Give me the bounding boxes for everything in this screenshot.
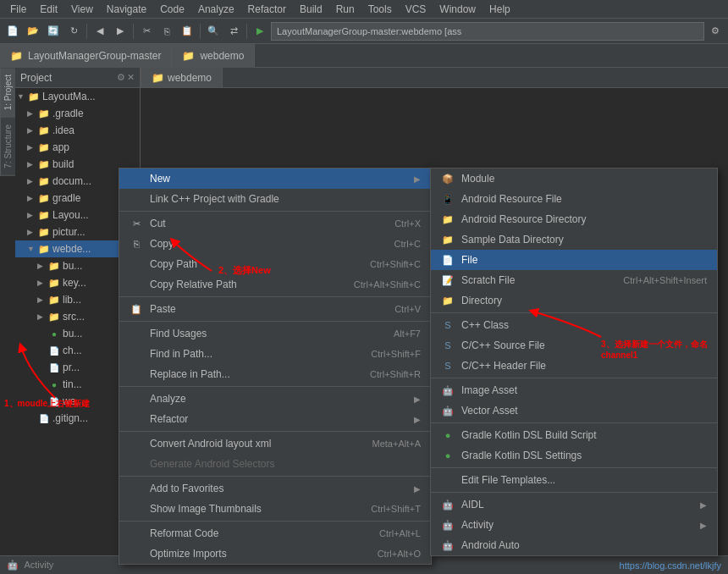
submenu-file[interactable]: 📄 File	[431, 250, 717, 270]
vertical-tab-structure[interactable]: 7: Structure	[0, 118, 15, 176]
submenu-cpp-source[interactable]: S C/C++ Source File	[431, 335, 717, 356]
tree-arrow: ▶	[37, 262, 47, 270]
toolbar-replace-btn[interactable]: ⇄	[224, 22, 243, 41]
submenu-sample-data-dir[interactable]: 📁 Sample Data Directory	[431, 229, 717, 250]
image-asset-icon: 🤖	[441, 384, 455, 397]
paste-shortcut: Ctrl+V	[394, 304, 421, 314]
context-menu-copy-path-label: Copy Path	[150, 258, 197, 270]
context-menu-cut[interactable]: ✂ Cut Ctrl+X	[119, 213, 431, 234]
copy-rel-shortcut: Ctrl+Alt+Shift+C	[354, 279, 421, 290]
menu-build[interactable]: Build	[293, 2, 329, 17]
context-menu-copy-rel-left: Copy Relative Path	[130, 278, 237, 291]
toolbar-run-btn[interactable]: ▶	[251, 22, 269, 41]
context-menu-paste[interactable]: 📋 Paste Ctrl+V	[119, 299, 431, 319]
context-menu-find-path[interactable]: Find in Path... Ctrl+Shift+F	[119, 344, 431, 364]
context-menu-optimize-imports[interactable]: Optimize Imports Ctrl+Alt+O	[119, 544, 431, 564]
tree-label: .gitign...	[52, 412, 88, 424]
tree-item-app[interactable]: ▶ 📁 app	[15, 139, 140, 156]
submenu-activity[interactable]: 🤖 Activity ▶	[431, 515, 717, 535]
submenu-gradle-build[interactable]: ● Gradle Kotlin DSL Build Script	[431, 425, 717, 445]
menu-file[interactable]: File	[3, 2, 33, 17]
context-menu-copy-path[interactable]: Copy Path Ctrl+Shift+C	[119, 254, 431, 274]
file-new-icon: 📄	[441, 253, 455, 267]
menu-view[interactable]: View	[64, 2, 100, 17]
toolbar-refresh-btn[interactable]: 🔄	[44, 22, 63, 41]
module-breadcrumb-tab[interactable]: 📁 webdemo	[172, 44, 255, 68]
project-breadcrumb-tab[interactable]: 📁 LayoutManagerGroup-master	[0, 44, 172, 68]
context-menu-new[interactable]: New ▶	[119, 168, 431, 189]
context-menu-link-left: Link C++ Project with Gradle	[130, 192, 279, 206]
submenu-scratch-file[interactable]: 📝 Scratch File Ctrl+Alt+Shift+Insert	[431, 270, 717, 290]
context-menu-reformat[interactable]: Reformat Code Ctrl+Alt+L	[119, 523, 431, 544]
submenu-module[interactable]: 📦 Module	[431, 168, 717, 189]
toolbar-open-btn[interactable]: 📂	[24, 22, 42, 41]
menu-analyze[interactable]: Analyze	[191, 2, 241, 17]
submenu-cpp-class[interactable]: S C++ Class	[431, 315, 717, 335]
submenu-android-auto[interactable]: 🤖 Android Auto	[431, 535, 717, 555]
submenu-vector-asset[interactable]: 🤖 Vector Asset	[431, 400, 717, 421]
show-thumb-shortcut: Ctrl+Shift+T	[371, 504, 421, 514]
context-menu-copy-rel-path[interactable]: Copy Relative Path Ctrl+Alt+Shift+C	[119, 274, 431, 295]
menu-bar: File Edit View Navigate Code Analyze Ref…	[0, 0, 728, 19]
menu-edit[interactable]: Edit	[33, 2, 64, 17]
context-menu-link-cpp[interactable]: Link C++ Project with Gradle	[119, 189, 431, 209]
context-menu-replace-path[interactable]: Replace in Path... Ctrl+Shift+R	[119, 364, 431, 384]
submenu-android-res-file[interactable]: 📱 Android Resource File	[431, 189, 717, 209]
context-menu-paste-label: Paste	[150, 303, 176, 315]
tree-arrow: ▶	[27, 126, 37, 135]
toolbar-paste-btn[interactable]: 📋	[178, 22, 196, 41]
context-menu-refactor[interactable]: Refactor ▶	[119, 409, 431, 429]
submenu-android-res-dir[interactable]: 📁 Android Resource Directory	[431, 209, 717, 229]
folder-icon: 📁	[47, 276, 61, 290]
file-icon: 📄	[37, 411, 51, 425]
android-res-file-icon: 📱	[441, 192, 455, 206]
context-menu-copy[interactable]: ⎘ Copy Ctrl+C	[119, 234, 431, 254]
tree-item-idea[interactable]: ▶ 📁 .idea	[15, 122, 140, 139]
tree-arrow: ▶	[37, 295, 47, 304]
menu-vcs[interactable]: VCS	[399, 2, 433, 17]
menu-window[interactable]: Window	[433, 2, 483, 17]
folder-icon: 📁	[37, 208, 51, 222]
context-menu-generate-selectors[interactable]: Generate Android Selectors	[119, 454, 431, 474]
toolbar-back-btn[interactable]: ◀	[91, 22, 109, 41]
toolbar-copy-btn[interactable]: ⎘	[157, 22, 176, 41]
toolbar-new-btn[interactable]: 📄	[3, 22, 22, 41]
toolbar-search-btn[interactable]: 🔍	[204, 22, 223, 41]
submenu-cpp-header[interactable]: S C/C++ Header File	[431, 356, 717, 376]
context-menu-show-thumbnails[interactable]: Show Image Thumbnails Ctrl+Shift+T	[119, 499, 431, 519]
tree-arrow: ▶	[27, 143, 37, 152]
status-url[interactable]: https://blog.csdn.net/lkjfy	[620, 560, 721, 571]
toolbar-sync-btn[interactable]: ↻	[64, 22, 83, 41]
menu-code[interactable]: Code	[153, 2, 191, 17]
submenu-aidl[interactable]: 🤖 AIDL ▶	[431, 494, 717, 515]
context-menu-analyze[interactable]: Analyze ▶	[119, 389, 431, 409]
tree-item-root[interactable]: ▼ 📁 LayoutMa...	[15, 88, 140, 105]
submenu-gradle-build-left: ● Gradle Kotlin DSL Build Script	[441, 428, 597, 442]
tree-label: pr...	[63, 362, 80, 373]
menu-run[interactable]: Run	[329, 2, 361, 17]
status-activity: 🤖 Activity	[7, 560, 53, 571]
context-menu-copy-rel-label: Copy Relative Path	[150, 279, 237, 290]
panel-icon-gear[interactable]: ⚙	[117, 72, 125, 83]
editor-tab-webdemo[interactable]: 📁 webdemo	[141, 68, 223, 87]
submenu-gradle-settings[interactable]: ● Gradle Kotlin DSL Settings	[431, 445, 717, 466]
tree-arrow: ▶	[27, 211, 37, 219]
vertical-tab-project[interactable]: 1: Project	[0, 68, 15, 118]
context-menu-find-usages[interactable]: Find Usages Alt+F7	[119, 323, 431, 344]
context-menu-add-favorites[interactable]: Add to Favorites ▶	[119, 478, 431, 499]
menu-navigate[interactable]: Navigate	[100, 2, 153, 17]
context-menu-convert-xml[interactable]: Convert Android layout xml Meta+Alt+A	[119, 433, 431, 454]
submenu-image-asset[interactable]: 🤖 Image Asset	[431, 380, 717, 400]
tree-item-gradle[interactable]: ▶ 📁 .gradle	[15, 105, 140, 122]
toolbar-forward-btn[interactable]: ▶	[111, 22, 130, 41]
toolbar-cut-btn[interactable]: ✂	[137, 22, 156, 41]
menu-tools[interactable]: Tools	[361, 2, 399, 17]
submenu-directory[interactable]: 📁 Directory	[431, 290, 717, 311]
gradle-file-icon: ●	[47, 327, 61, 340]
panel-icon-close[interactable]: ✕	[127, 72, 135, 83]
find-path-icon	[130, 347, 143, 361]
menu-refactor[interactable]: Refactor	[241, 2, 293, 17]
toolbar-settings-btn[interactable]: ⚙	[706, 22, 725, 41]
menu-help[interactable]: Help	[483, 2, 517, 17]
submenu-edit-templates[interactable]: Edit File Templates...	[431, 470, 717, 490]
